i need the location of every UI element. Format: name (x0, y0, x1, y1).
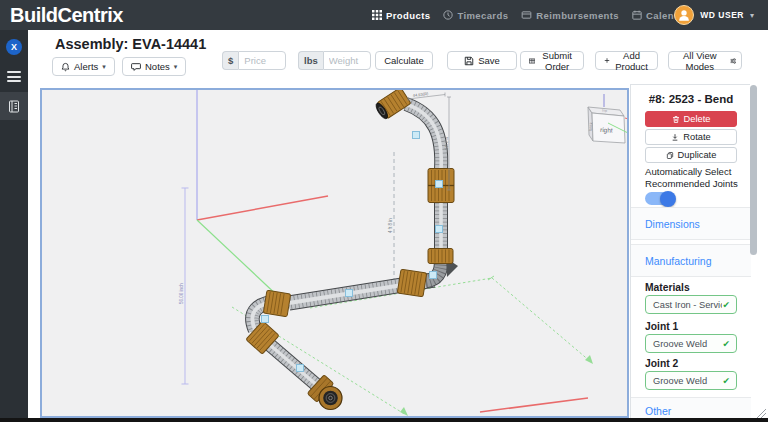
calculate-button[interactable]: Calculate (375, 51, 433, 70)
submit-order-label: Submit Order (539, 50, 575, 72)
page-title: Assembly: EVA-14441 (55, 36, 206, 52)
menu-icon[interactable] (7, 71, 21, 85)
pipe-coupling[interactable] (374, 90, 411, 121)
nav-timecards[interactable]: Timecards (443, 10, 508, 21)
table-icon (529, 56, 535, 66)
calendar-icon (632, 10, 642, 20)
dimensions-link: Dimensions (645, 218, 700, 230)
plus-icon (604, 56, 610, 65)
card-icon (521, 10, 532, 20)
bell-icon (61, 62, 70, 72)
auto-select-text: Automatically Select Recommended Joints (645, 166, 738, 189)
section-manufacturing[interactable]: Manufacturing (631, 244, 751, 277)
add-product-label: Add Product (614, 50, 649, 72)
check-icon: ✔ (722, 376, 736, 386)
top-navbar: BuildCentrix Products Timecards Reimburs… (0, 0, 768, 30)
nav-products[interactable]: Products (372, 10, 430, 21)
selection-handle[interactable] (297, 365, 304, 372)
3d-scene[interactable]: 56.06 inch 4 ft 8 in (42, 90, 627, 416)
duplicate-button[interactable]: Duplicate (645, 147, 737, 163)
arrowhead (585, 355, 593, 364)
3d-viewport[interactable]: 56.06 inch 4 ft 8 in (40, 88, 629, 418)
auto-select-toggle[interactable] (645, 192, 675, 205)
weight-group: lbs (298, 51, 371, 70)
nav-reimbursements[interactable]: Reimbursements (521, 10, 619, 21)
caret-down-icon: ▾ (102, 63, 106, 71)
manufacturing-link: Manufacturing (645, 255, 712, 267)
avatar (674, 5, 694, 25)
materials-select[interactable]: Cast Iron - Servic ✔ (645, 295, 737, 314)
selection-handle[interactable] (262, 316, 269, 323)
joint2-value: Groove Weld (646, 376, 722, 386)
price-group: $ (222, 51, 286, 70)
joint1-select[interactable]: Groove Weld ✔ (645, 334, 737, 353)
journal-icon[interactable] (0, 92, 28, 120)
nav-products-label: Products (386, 10, 430, 21)
dim-label-height: 5 ft 1 in (444, 137, 449, 150)
joint1-label: Joint 1 (645, 321, 678, 332)
x-axis-line (197, 196, 328, 220)
trash-icon (672, 115, 680, 124)
submit-order-button[interactable]: Submit Order (520, 51, 584, 70)
auto-select-line2: Recommended Joints (645, 178, 738, 190)
y-axis-line (197, 220, 280, 298)
grid-icon (372, 10, 382, 20)
calculate-label: Calculate (384, 55, 424, 66)
selection-handle[interactable] (436, 226, 443, 233)
sliders-icon (730, 57, 736, 65)
save-icon (464, 56, 474, 66)
x-logo-letter: X (11, 42, 17, 52)
all-view-modes-button[interactable]: All View Modes (668, 51, 742, 70)
selection-handles (262, 132, 443, 372)
chat-icon (131, 62, 141, 72)
pipe-coupling[interactable] (397, 269, 426, 297)
all-view-modes-label: All View Modes (674, 50, 726, 72)
price-input[interactable] (238, 51, 286, 70)
inspector-panel: #8: 2523 - Bend Delete Rotate Duplicate … (630, 84, 750, 418)
person-icon (677, 8, 691, 22)
delete-label: Delete (684, 114, 711, 124)
selection-handle[interactable] (436, 181, 443, 188)
delete-button[interactable]: Delete (645, 111, 737, 127)
pipe-coupling[interactable] (263, 290, 290, 316)
selection-handle[interactable] (346, 290, 353, 297)
left-sidebar: X (0, 30, 28, 422)
user-name: WD USER (700, 10, 744, 20)
rotate-button[interactable]: Rotate (645, 129, 737, 145)
user-menu[interactable]: WD USER ▾ (674, 0, 754, 30)
x-logo-icon[interactable]: X (6, 39, 22, 55)
check-icon: ✔ (722, 300, 736, 310)
alerts-button[interactable]: Alerts ▾ (52, 57, 115, 76)
scrollbar[interactable] (750, 85, 757, 255)
dim-label-left: 56.06 inch (179, 283, 184, 304)
section-dimensions[interactable]: Dimensions (631, 207, 751, 240)
other-link: Other (645, 405, 671, 417)
save-button[interactable]: Save (447, 51, 517, 70)
weight-prefix: lbs (298, 51, 323, 70)
price-prefix: $ (222, 51, 238, 70)
copy-icon (666, 151, 674, 160)
add-product-button[interactable]: Add Product (595, 51, 658, 70)
selection-handle[interactable] (430, 272, 437, 279)
caret-down-icon: ▾ (750, 11, 754, 20)
rotate-icon (671, 133, 679, 142)
notes-label: Notes (145, 61, 170, 72)
materials-label: Materials (645, 282, 690, 293)
dim-label-mid: 4 ft 8 in (388, 218, 393, 233)
selected-part-title: #8: 2523 - Bend (631, 93, 751, 105)
pipe-coupling[interactable] (428, 249, 453, 264)
auto-select-line1: Automatically Select (645, 166, 738, 178)
caret-down-icon: ▾ (174, 63, 178, 71)
joint2-select[interactable]: Groove Weld ✔ (645, 371, 737, 390)
notes-button[interactable]: Notes ▾ (122, 57, 186, 76)
duplicate-label: Duplicate (678, 150, 717, 160)
arrowhead (400, 407, 408, 416)
pipe-segment[interactable] (406, 104, 441, 170)
selection-handle[interactable] (413, 132, 420, 139)
window-bottom-edge (0, 418, 768, 422)
brand-logo: BuildCentrix (10, 4, 123, 27)
weight-input[interactable] (323, 51, 371, 70)
clock-icon (443, 10, 453, 20)
nav-reimbursements-label: Reimbursements (536, 10, 619, 21)
view-cube[interactable]: right back top (588, 94, 627, 143)
